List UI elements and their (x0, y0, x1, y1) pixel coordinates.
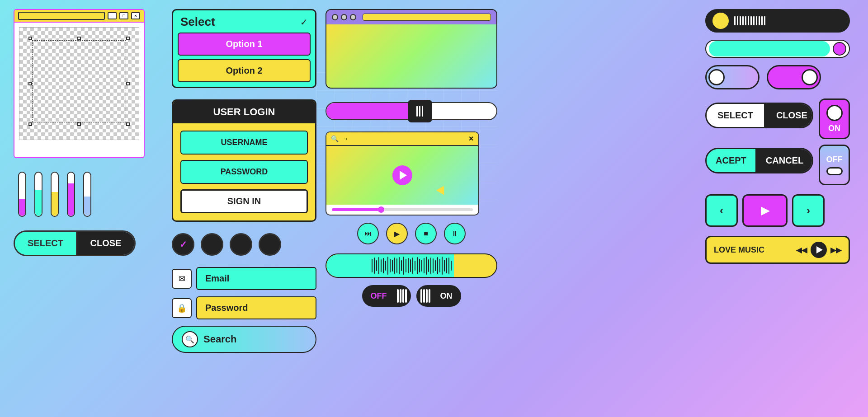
on-toggle[interactable]: ON (416, 285, 461, 307)
wave-line (419, 259, 420, 272)
pause-button[interactable]: ⏸ (444, 223, 466, 244)
video-forward-arrow: → (342, 135, 349, 142)
browser-dot-1[interactable] (332, 14, 338, 20)
dark-line (745, 16, 746, 25)
skip-forward-button[interactable]: ⏭ (357, 223, 379, 244)
signin-button[interactable]: SIGN IN (180, 189, 308, 213)
handle-top-left[interactable] (28, 37, 32, 40)
wave-line (428, 259, 429, 272)
canvas-area[interactable] (19, 27, 139, 140)
stop-button[interactable]: ■ (415, 223, 437, 244)
handle-top-center[interactable] (77, 37, 81, 40)
select-close-button[interactable]: SELECT CLOSE (14, 230, 136, 256)
right-close-button[interactable]: CLOSE (765, 104, 813, 127)
radio-dot-3[interactable] (230, 233, 252, 256)
wave-line (385, 261, 386, 271)
browser-url-bar[interactable] (363, 14, 491, 21)
wave-line (417, 257, 418, 274)
maximize-btn[interactable]: □ (119, 12, 128, 19)
toggle-bars (394, 286, 410, 305)
handle-bot-right[interactable] (126, 122, 130, 126)
password-field[interactable]: PASSWORD (180, 160, 308, 184)
search-bar[interactable]: 🔍 Search (172, 326, 316, 353)
on-pill-knob (826, 105, 843, 121)
play-button[interactable]: ▶ (386, 223, 408, 244)
design-window-titlebar: – □ × (14, 10, 144, 23)
dark-line (750, 16, 752, 25)
handle-mid-left[interactable] (28, 82, 32, 85)
teal-slider-fill (709, 41, 830, 56)
lock-icon: 🔒 (172, 298, 192, 318)
off-pill-label: OFF (826, 155, 843, 164)
email-icon: ✉ (172, 269, 192, 289)
on-pill-toggle[interactable]: ON (819, 98, 850, 139)
off-pill-toggle[interactable]: OFF (819, 145, 850, 185)
next-nav-button[interactable]: › (792, 194, 825, 227)
radio-dot-4[interactable] (259, 233, 281, 256)
radio-dot-2[interactable] (201, 233, 223, 256)
media-controls-row: ⏭ ▶ ■ ⏸ (326, 223, 497, 244)
handle-top-right[interactable] (126, 37, 130, 40)
handle-mid-right[interactable] (126, 82, 130, 85)
accept-button[interactable]: ACEPT (707, 149, 757, 172)
love-music-play-icon (816, 246, 823, 253)
search-label: Search (203, 333, 236, 345)
horizontal-slider[interactable] (326, 102, 497, 120)
v-slider-4[interactable] (67, 172, 75, 217)
wave-line (374, 258, 375, 274)
slider-fill (326, 103, 420, 119)
video-progress-bar[interactable] (326, 205, 478, 215)
cursor-icon (436, 186, 448, 197)
handle-bot-center[interactable] (77, 122, 81, 126)
toggle-on-switch[interactable] (767, 65, 821, 89)
browser-dot-3[interactable] (350, 14, 356, 20)
v-slider-1[interactable] (18, 172, 26, 217)
email-input-row: ✉ Email (172, 267, 316, 290)
v-slider-3[interactable] (51, 172, 59, 217)
email-input[interactable]: Email (196, 267, 316, 290)
wave-line (446, 258, 447, 273)
close-button[interactable]: CLOSE (77, 232, 134, 255)
option-2-item[interactable]: Option 2 (178, 59, 311, 82)
love-music-play-button[interactable] (811, 242, 827, 258)
dark-slider[interactable] (705, 9, 850, 33)
teal-slider[interactable] (705, 40, 850, 58)
option-1-item[interactable]: Option 1 (178, 33, 311, 56)
select-button[interactable]: SELECT (15, 232, 77, 255)
video-play-button[interactable] (392, 165, 412, 185)
handle-bot-left[interactable] (28, 122, 32, 126)
right-select-button[interactable]: SELECT (707, 104, 765, 127)
design-window: – □ × (14, 9, 145, 158)
wave-line (403, 257, 404, 275)
play-nav-button[interactable]: ▶ (742, 194, 788, 227)
radio-dot-1[interactable] (172, 233, 194, 256)
video-titlebar: 🔍 → ✕ (326, 132, 478, 146)
toggle-off-switch[interactable] (705, 65, 760, 89)
video-close-icon[interactable]: ✕ (468, 135, 474, 142)
select-close-on-row: SELECT CLOSE ON (705, 98, 850, 139)
progress-thumb[interactable] (378, 206, 384, 213)
minimize-btn[interactable]: – (108, 12, 117, 19)
browser-dot-2[interactable] (341, 14, 347, 20)
selection-rectangle (32, 40, 126, 122)
love-music-forward[interactable]: ▶▶ (830, 246, 841, 254)
progress-fill (332, 208, 381, 211)
audio-progress-bar[interactable] (326, 253, 497, 278)
audio-waveform (326, 254, 496, 277)
love-music-rewind[interactable]: ◀◀ (796, 246, 807, 254)
off-toggle[interactable]: OFF (362, 285, 411, 307)
v-slider-5[interactable] (83, 172, 91, 217)
cancel-button[interactable]: CANCEL (757, 149, 812, 172)
off-label: OFF (363, 287, 394, 305)
password-input[interactable]: Password (196, 296, 316, 319)
wave-line (396, 258, 397, 273)
wave-line (442, 257, 443, 275)
progress-track (332, 208, 473, 211)
close-btn[interactable]: × (131, 12, 140, 19)
username-field[interactable]: USERNAME (180, 131, 308, 155)
slider-thumb[interactable] (408, 100, 432, 122)
teal-slider-thumb[interactable] (833, 42, 846, 56)
video-player-window: 🔍 → ✕ (326, 131, 479, 216)
v-slider-2[interactable] (34, 172, 42, 217)
prev-nav-button[interactable]: ‹ (705, 194, 738, 227)
